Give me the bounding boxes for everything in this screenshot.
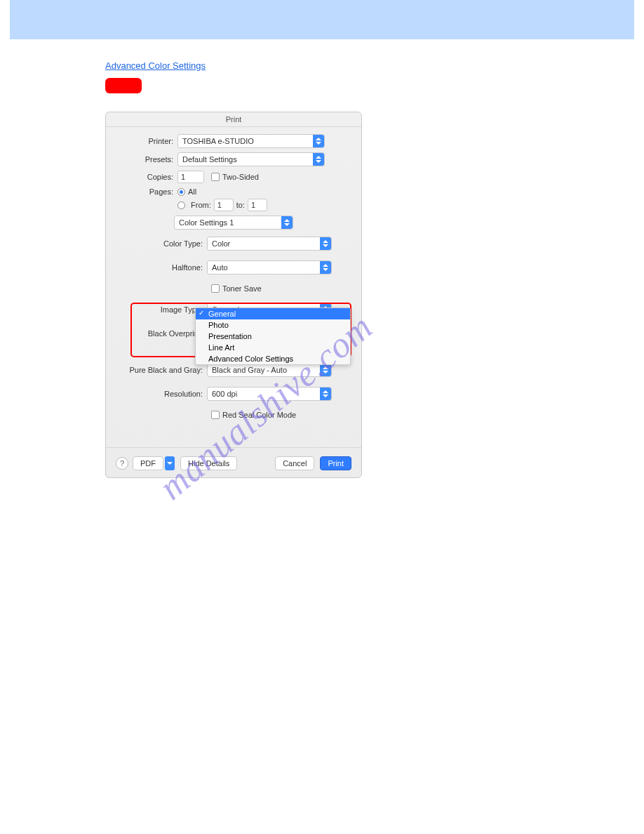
dialog-footer: ? PDF Hide Details Cancel Print <box>106 447 361 470</box>
chevron-updown-icon <box>313 135 324 147</box>
resolution-label: Resolution: <box>117 390 207 398</box>
two-sided-label: Two-Sided <box>222 173 259 181</box>
resolution-select[interactable]: 600 dpi <box>207 387 332 401</box>
black-overprint-label: Black Overprint: <box>117 329 207 338</box>
menu-item-line-art[interactable]: Line Art <box>196 342 350 353</box>
pdf-label: PDF <box>133 456 163 470</box>
hide-details-button[interactable]: Hide Details <box>180 456 237 470</box>
menu-item-presentation[interactable]: Presentation <box>196 331 350 342</box>
presets-select[interactable]: Default Settings <box>177 152 325 166</box>
printer-select[interactable]: TOSHIBA e-STUDIO <box>177 134 325 148</box>
print-dialog-wrap: Print Printer: TOSHIBA e-STUDIO Presets:… <box>105 112 362 478</box>
red-seal-label: Red Seal Color Mode <box>222 411 296 419</box>
pages-from-label: From: <box>191 201 211 209</box>
pages-to-input[interactable]: 1 <box>248 199 267 211</box>
resolution-value: 600 dpi <box>212 390 237 398</box>
image-type-label: Image Type: <box>117 305 207 314</box>
pages-all-label: All <box>188 187 196 196</box>
print-button[interactable]: Print <box>320 456 351 470</box>
dialog-title: Print <box>106 112 361 127</box>
section-value: Color Settings 1 <box>179 218 234 227</box>
chevron-updown-icon <box>320 237 331 250</box>
section-select[interactable]: Color Settings 1 <box>174 216 293 230</box>
pure-black-gray-value: Black and Gray - Auto <box>212 366 287 374</box>
halftone-label: Halftone: <box>117 263 207 272</box>
two-sided-checkbox[interactable] <box>211 173 220 181</box>
toner-save-checkbox[interactable] <box>211 284 220 293</box>
color-type-value: Color <box>212 239 230 248</box>
red-callout-pill <box>105 78 142 93</box>
color-type-select[interactable]: Color <box>207 237 332 251</box>
chevron-updown-icon <box>320 261 331 274</box>
menu-item-general[interactable]: General <box>196 308 350 319</box>
halftone-value: Auto <box>212 263 228 272</box>
red-seal-checkbox[interactable] <box>211 411 220 419</box>
presets-value: Default Settings <box>182 155 237 164</box>
menu-item-photo[interactable]: Photo <box>196 319 350 331</box>
chevron-updown-icon <box>313 153 324 166</box>
page-header-band <box>10 0 634 39</box>
pdf-dropdown[interactable]: PDF <box>133 456 175 470</box>
menu-item-advanced-color-settings[interactable]: Advanced Color Settings <box>196 353 350 364</box>
content-area: Advanced Color Settings Print Printer: T… <box>0 60 644 478</box>
halftone-select[interactable]: Auto <box>207 260 332 274</box>
printer-label: Printer: <box>117 137 177 145</box>
pages-label: Pages: <box>117 187 177 196</box>
chevron-down-icon <box>165 456 175 470</box>
pages-from-input[interactable]: 1 <box>214 199 234 211</box>
dialog-body: Printer: TOSHIBA e-STUDIO Presets: Defau… <box>106 127 361 230</box>
pure-black-gray-label: Pure Black and Gray: <box>117 366 207 374</box>
advanced-color-settings-link[interactable]: Advanced Color Settings <box>105 60 539 74</box>
pure-black-gray-select[interactable]: Black and Gray - Auto <box>207 363 332 377</box>
toner-save-label: Toner Save <box>222 284 262 293</box>
print-dialog: Print Printer: TOSHIBA e-STUDIO Presets:… <box>105 112 362 478</box>
cancel-button[interactable]: Cancel <box>275 456 314 470</box>
image-type-menu[interactable]: General Photo Presentation Line Art Adva… <box>195 307 351 365</box>
copies-input[interactable]: 1 <box>177 171 204 183</box>
pages-all-radio[interactable] <box>177 188 185 196</box>
printer-value: TOSHIBA e-STUDIO <box>182 137 254 145</box>
copies-label: Copies: <box>117 173 177 181</box>
chevron-updown-icon <box>320 364 331 376</box>
help-button[interactable]: ? <box>116 457 128 470</box>
pages-to-label: to: <box>236 201 245 209</box>
presets-label: Presets: <box>117 155 177 164</box>
color-type-label: Color Type: <box>117 239 207 248</box>
chevron-updown-icon <box>281 216 293 229</box>
pages-range-radio[interactable] <box>177 201 185 209</box>
chevron-updown-icon <box>320 388 331 400</box>
